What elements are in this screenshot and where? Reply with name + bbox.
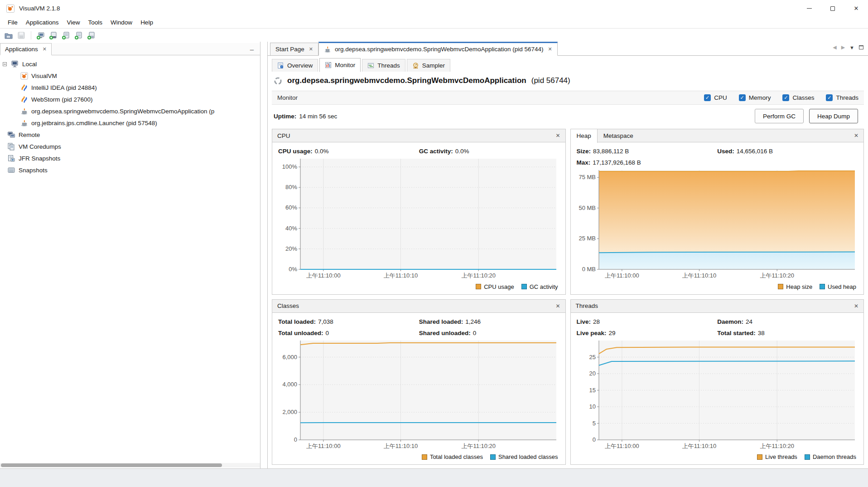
close-cpu-panel-icon[interactable]: ✕	[550, 132, 565, 139]
minimize-button[interactable]	[797, 0, 821, 17]
tree-item-label: IntelliJ IDEA (pid 24884)	[31, 84, 97, 91]
add-vm-coredump-icon[interactable]	[61, 30, 71, 40]
menu-bar: File Applications View Tools Window Help	[0, 17, 868, 29]
threads-legend: Live threads Daemon threads	[574, 451, 858, 463]
total-loaded-label: Total loaded:	[278, 318, 316, 325]
tree-item-jps-launcher[interactable]: org.jetbrains.jps.cmdline.Launcher (pid …	[0, 117, 260, 129]
svg-text:6,000: 6,000	[282, 353, 297, 360]
tree-item-local[interactable]: Local	[0, 58, 260, 70]
menu-file[interactable]: File	[4, 18, 22, 27]
tree-item-label: Local	[22, 61, 37, 68]
maximize-icon	[830, 6, 835, 11]
uptime-value: 14 min 56 sec	[299, 113, 337, 120]
threads-tab-label: Threads	[377, 62, 400, 69]
heap-chart: 75 MB50 MB25 MB0 MB上午11:10:00上午11:10:10上…	[574, 168, 858, 281]
tree-item-label: JFR Snapshots	[19, 155, 60, 162]
tree-item-intellij-idea[interactable]: IntelliJ IDEA (pid 24884)	[0, 82, 260, 93]
tree-item-label: org.depsea.springwebmvcdemo.SpringWebmvc…	[31, 108, 214, 115]
tab-application[interactable]: org.depsea.springwebmvcdemo.SpringWebmvc…	[318, 42, 558, 56]
shared-loaded-legend-label: Shared loaded classes	[498, 453, 558, 460]
close-heap-panel-icon[interactable]: ✕	[849, 132, 863, 139]
tree-item-jfr-snapshots[interactable]: JFR Snapshots	[0, 152, 260, 164]
tab-scroll-controls: ◀ ▶ ▼	[833, 44, 863, 50]
daemon-threads-swatch	[805, 454, 810, 460]
tab-overview[interactable]: i Overview	[272, 59, 318, 72]
heap-used-value: 14,656,016 B	[737, 148, 773, 155]
scroll-tabs-left-icon[interactable]: ◀	[833, 44, 836, 50]
svg-text:上午11:10:10: 上午11:10:10	[682, 443, 716, 449]
add-remote-host-icon[interactable]	[36, 30, 46, 40]
svg-text:0%: 0%	[289, 266, 297, 273]
jfr-snapshots-icon	[7, 154, 15, 162]
close-classes-panel-icon[interactable]: ✕	[550, 303, 565, 309]
sidebar-horizontal-scrollbar[interactable]	[0, 463, 260, 468]
menu-window[interactable]: Window	[106, 18, 136, 27]
tab-monitor[interactable]: Monitor	[319, 58, 361, 72]
tree-item-springwebmvcdemo[interactable]: org.depsea.springwebmvcdemo.SpringWebmvc…	[0, 105, 260, 117]
svg-text:0: 0	[294, 436, 297, 443]
total-loaded-value: 7,038	[318, 318, 333, 325]
tab-applications[interactable]: Applications ✕	[0, 43, 52, 55]
close-button[interactable]: ✕	[844, 0, 868, 17]
close-threads-panel-icon[interactable]: ✕	[849, 303, 863, 309]
monitor-tab-label: Monitor	[335, 62, 355, 68]
save-snapshot-icon	[16, 30, 26, 40]
scroll-tabs-right-icon[interactable]: ▶	[841, 44, 845, 50]
window-title: VisualVM 2.1.8	[19, 5, 60, 12]
svg-text:上午11:10:20: 上午11:10:20	[760, 272, 794, 279]
tab-threads[interactable]: Threads	[362, 59, 405, 72]
tree-item-visualvm[interactable]: VisualVM	[0, 70, 260, 82]
close-applications-tab-icon[interactable]: ✕	[43, 46, 47, 52]
svg-text:25 MB: 25 MB	[579, 235, 596, 242]
add-snapshot-archive-icon[interactable]	[87, 30, 96, 40]
maximize-view-icon[interactable]	[859, 45, 863, 49]
checkbox-threads[interactable]: ✓Threads	[826, 94, 858, 101]
window-bottom-strip	[0, 468, 868, 487]
tab-metaspace[interactable]: Metaspace	[598, 129, 639, 142]
svg-text:0: 0	[592, 436, 595, 443]
tab-start-page[interactable]: Start Page ✕	[270, 43, 318, 55]
menu-view[interactable]: View	[63, 18, 84, 27]
collapse-local-icon[interactable]	[3, 62, 7, 66]
scrollbar-thumb[interactable]	[1, 463, 222, 467]
checkbox-cpu-label: CPU	[714, 94, 727, 101]
shared-loaded-value: 1,246	[465, 318, 481, 325]
tab-list-dropdown-icon[interactable]: ▼	[849, 45, 854, 50]
menu-applications[interactable]: Applications	[22, 18, 63, 27]
checkbox-classes[interactable]: ✓Classes	[782, 94, 814, 101]
heap-dump-button[interactable]: Heap Dump	[809, 109, 858, 123]
tree-item-label: Remote	[19, 131, 40, 138]
minimize-sidebar-icon[interactable]: –	[250, 45, 254, 53]
main-area: Start Page ✕ org.depsea.springwebmvcdemo…	[267, 42, 868, 468]
tree-item-label: Snapshots	[19, 167, 48, 174]
menu-tools[interactable]: Tools	[84, 18, 107, 27]
live-threads-swatch	[757, 454, 762, 460]
checkbox-memory[interactable]: ✓Memory	[739, 94, 771, 101]
view-tab-row: i Overview Monitor Threads Sampler	[268, 56, 868, 72]
checkbox-cpu[interactable]: ✓CPU	[704, 94, 727, 101]
svg-text:上午11:10:00: 上午11:10:00	[605, 272, 639, 279]
heap-panel: Heap Metaspace ✕ Size:83,886,112 B Used:…	[570, 129, 864, 295]
used-heap-swatch	[820, 284, 825, 289]
maximize-button[interactable]	[821, 0, 844, 17]
total-unloaded-label: Total unloaded:	[278, 330, 323, 336]
tab-sampler[interactable]: Sampler	[407, 59, 450, 72]
load-snapshot-icon[interactable]	[4, 30, 14, 40]
svg-text:60%: 60%	[285, 204, 297, 211]
close-start-page-icon[interactable]: ✕	[309, 46, 313, 52]
close-application-tab-icon[interactable]: ✕	[548, 46, 552, 52]
tree-item-snapshots[interactable]: Snapshots	[0, 164, 260, 176]
tab-heap[interactable]: Heap	[570, 129, 598, 143]
add-application-snapshot-icon[interactable]	[74, 30, 84, 40]
gc-activity-legend-label: GC activity	[530, 283, 558, 290]
heap-size-label: Size:	[577, 148, 591, 155]
uptime-label: Uptime:	[274, 113, 296, 120]
checkbox-threads-label: Threads	[836, 94, 858, 101]
tree-item-remote[interactable]: Remote	[0, 129, 260, 141]
menu-help[interactable]: Help	[136, 18, 157, 27]
webstorm-icon	[20, 95, 28, 103]
tree-item-webstorm[interactable]: WebStorm (pid 27600)	[0, 93, 260, 105]
add-jmx-connection-icon[interactable]	[48, 30, 58, 40]
tree-item-vm-coredumps[interactable]: VM Coredumps	[0, 141, 260, 152]
perform-gc-button[interactable]: Perform GC	[755, 109, 804, 123]
